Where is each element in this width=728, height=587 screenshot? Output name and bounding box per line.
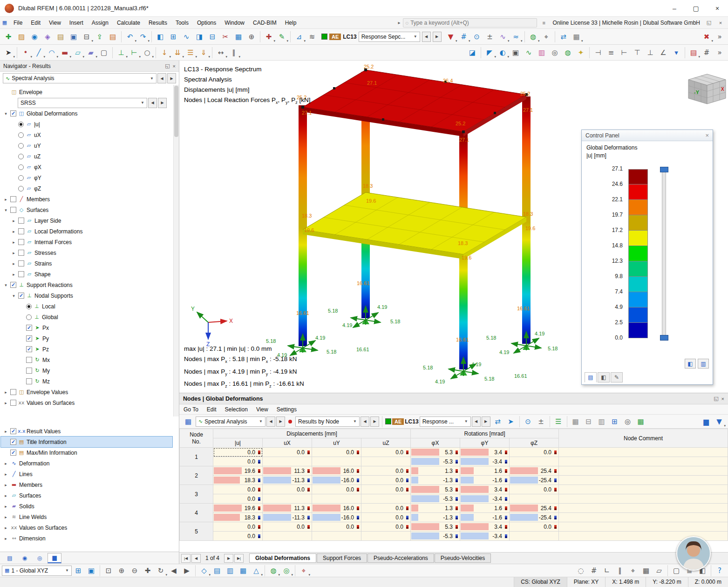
member-tool-icon[interactable]: ▬▾	[59, 47, 71, 59]
radio-button[interactable]	[18, 154, 24, 159]
value-cell[interactable]: 16.0	[312, 466, 361, 476]
chart-view-icon[interactable]: ▆	[700, 416, 712, 428]
srss-combo[interactable]: SRSS▼	[18, 98, 147, 108]
checkbox[interactable]: ✓	[10, 282, 16, 288]
checkbox[interactable]	[18, 260, 24, 266]
expander-icon[interactable]: ▸	[3, 197, 9, 202]
value-cell[interactable]: 0.0	[361, 504, 411, 513]
next-page-button[interactable]: ▶	[224, 554, 233, 563]
select-visibility-icon[interactable]: ◎▾	[280, 565, 293, 577]
keyword-search[interactable]: ◌	[403, 18, 537, 27]
dock-icon[interactable]: ◱	[165, 63, 170, 69]
previous-view-icon[interactable]: ◀	[168, 565, 180, 577]
value-cell[interactable]: 3.4	[460, 485, 510, 494]
tree-item-mx[interactable]: ↻Mx	[1, 355, 172, 365]
checkbox[interactable]: ✓	[26, 325, 32, 331]
close-icon[interactable]: ×	[721, 396, 724, 402]
comment-cell[interactable]	[559, 504, 728, 513]
node-number-cell[interactable]: 1	[180, 448, 213, 466]
value-cell[interactable]	[312, 532, 361, 541]
scale-slider-handle-bottom[interactable]	[660, 335, 668, 341]
value-cell[interactable]	[263, 494, 312, 504]
smooth-results-icon[interactable]: ≈▾	[510, 31, 522, 43]
status-segment-cs[interactable]: CS: Global XYZ	[514, 577, 567, 587]
nodal-support-icon[interactable]: ⊥▾	[115, 47, 127, 59]
solid-tool-icon[interactable]: ▰▾	[85, 47, 97, 59]
comment-cell[interactable]	[559, 448, 728, 457]
clipping-plane-icon[interactable]: ◪	[466, 47, 478, 59]
checkbox[interactable]	[10, 196, 16, 202]
checkbox[interactable]	[26, 357, 32, 363]
color-scale-icon[interactable]: ▤▾	[687, 47, 700, 59]
close-icon[interactable]: ×	[705, 132, 709, 139]
line-grid-icon[interactable]: ▦	[640, 565, 652, 577]
next-lc-button[interactable]: ▶	[482, 416, 490, 427]
value-cell[interactable]: -5.3	[411, 457, 460, 466]
tree-item-u[interactable]: ▱|u|	[1, 119, 172, 130]
expander-icon[interactable]: ▸	[3, 401, 9, 405]
tree-item-surfaces[interactable]: ▸▱Surfaces	[1, 490, 172, 501]
column-front-left[interactable]	[299, 105, 307, 346]
angle-icon[interactable]: ∠	[657, 47, 669, 59]
result-tab-pseudo-accelerations[interactable]: Pseudo-Accelerations	[367, 553, 434, 563]
prev-analysis-button[interactable]: ◀	[157, 73, 166, 83]
expander-icon[interactable]: ▸	[3, 461, 9, 466]
result-tables-icon[interactable]: ▦	[232, 31, 245, 43]
checkbox[interactable]	[18, 250, 24, 256]
value-cell[interactable]	[361, 494, 411, 504]
tree-item-dimension[interactable]: ▸↔Dimension	[1, 533, 172, 544]
table-menu-view[interactable]: View	[252, 404, 272, 415]
tree-item-uz[interactable]: ▱uZ	[1, 151, 172, 162]
column-header-z[interactable]: φZ	[510, 438, 559, 448]
tree-item-title-information[interactable]: ✓▤Title Information	[1, 437, 172, 447]
value-cell[interactable]: -11.3	[263, 513, 312, 522]
search-options-icon[interactable]: ≡	[539, 20, 549, 26]
navigator-panel-icon[interactable]: ◧	[154, 31, 166, 43]
expander-icon[interactable]: ▸	[11, 272, 17, 277]
value-cell[interactable]: 1.3	[411, 466, 460, 476]
checkbox[interactable]	[18, 218, 24, 224]
rotations-group-header[interactable]: Rotations [mrad]	[411, 429, 559, 438]
tree-item-px[interactable]: ✓➤Px	[1, 322, 172, 333]
dock-icon[interactable]: ◱	[714, 396, 718, 402]
value-cell[interactable]: 25.4	[510, 504, 559, 513]
background-icon[interactable]: ▢	[670, 565, 682, 577]
tables-panel-icon[interactable]: ⊞	[167, 31, 179, 43]
value-cell[interactable]: 0.0	[213, 494, 263, 504]
free-load-icon[interactable]: ⇓▾	[197, 47, 210, 59]
tree-item-line-welds[interactable]: ▸≋Line Welds	[1, 512, 172, 522]
first-page-button[interactable]: |◀	[181, 554, 191, 563]
value-cell[interactable]: 0.0	[213, 457, 263, 466]
checkbox[interactable]	[18, 228, 24, 234]
menu-options[interactable]: Options	[193, 17, 220, 29]
tree-item-z[interactable]: ▱φZ	[1, 183, 172, 194]
table-view-icon[interactable]: ▦	[570, 416, 582, 428]
tree-item-support-reactions[interactable]: ▾✓⊥Support Reactions	[1, 280, 172, 290]
sync-selection-icon[interactable]: ⇄	[492, 416, 504, 428]
arc-tool-icon[interactable]: ◠▾	[46, 47, 58, 59]
radio-button[interactable]	[18, 175, 24, 181]
value-cell[interactable]: 0.0	[510, 522, 559, 532]
tree-item-surfaces[interactable]: ▾◇Surfaces	[1, 205, 172, 215]
navigator-tab-views[interactable]: ◎	[33, 553, 47, 563]
value-cell[interactable]: 1.3	[411, 504, 460, 513]
comment-cell[interactable]	[559, 494, 728, 504]
member-load-icon[interactable]: ⇊▾	[171, 47, 184, 59]
column-header-y[interactable]: φY	[460, 438, 510, 448]
value-cell[interactable]: 0.0	[361, 466, 411, 476]
more-tools-icon[interactable]: »	[714, 31, 726, 43]
nodal-support-symbol[interactable]	[511, 332, 541, 353]
radio-button[interactable]	[18, 122, 24, 127]
radio-button[interactable]	[18, 186, 24, 191]
navigation-cube[interactable]: -Y X	[688, 74, 726, 104]
viewport-3d[interactable]: X Y Z	[179, 61, 728, 393]
ortho-icon[interactable]: ∟	[601, 565, 613, 577]
value-cell[interactable]	[510, 494, 559, 504]
value-cell[interactable]: 0.0	[263, 485, 312, 494]
work-plane-icon[interactable]: ▱	[653, 565, 665, 577]
tree-item-global[interactable]: ⊥Global	[1, 312, 172, 322]
surface-load-icon[interactable]: ☰▾	[184, 47, 197, 59]
redo-icon[interactable]: ↷▾	[137, 31, 149, 43]
checkbox[interactable]	[10, 207, 16, 213]
value-cell[interactable]	[510, 532, 559, 541]
